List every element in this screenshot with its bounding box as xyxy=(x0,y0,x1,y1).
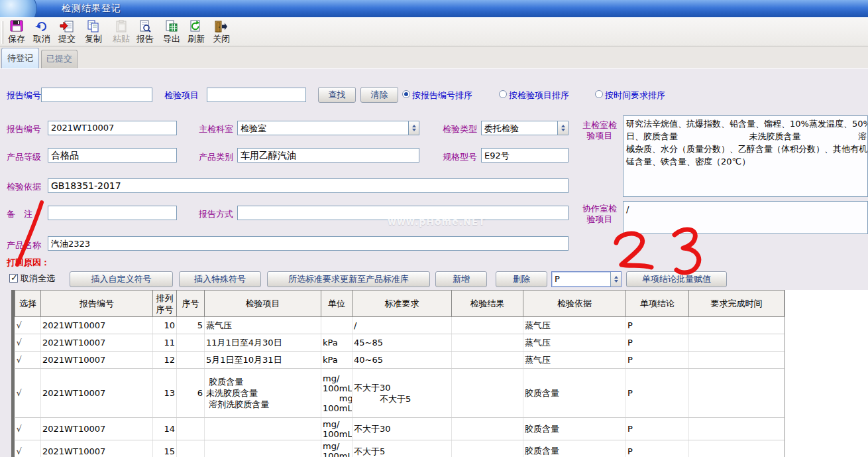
table-row[interactable]: √ 2021WT10007 10 5 蒸气压 / 蒸气压 P xyxy=(15,317,785,334)
tab-pending[interactable]: 待登记 xyxy=(1,48,39,68)
cell-basis: 胶质含量 xyxy=(523,418,626,440)
row-check[interactable]: √ xyxy=(15,317,41,334)
row-check[interactable]: √ xyxy=(15,418,41,440)
grade-label: 产品等级 xyxy=(7,151,41,163)
batch-assign-button[interactable]: 单项结论批量赋值 xyxy=(626,271,727,287)
col-order-no[interactable]: 排列序号 xyxy=(153,291,177,317)
cell-result[interactable] xyxy=(452,418,523,440)
copy-button[interactable]: 复制 xyxy=(81,19,106,46)
cell-report-no: 2021WT10007 xyxy=(41,440,153,457)
basis-field[interactable]: GB18351-2017 xyxy=(48,178,569,193)
row-check[interactable]: √ xyxy=(15,369,41,418)
save-button[interactable]: 保存 xyxy=(4,19,29,46)
cell-conclusion[interactable]: P xyxy=(626,334,689,352)
delete-button[interactable]: 删除 xyxy=(496,271,547,287)
cell-report-no: 2021WT10007 xyxy=(41,317,153,334)
col-item[interactable]: 检验项目 xyxy=(205,291,321,317)
collab-items-label: 协作室检验项目 xyxy=(580,204,619,225)
insert-custom-symbol-button[interactable]: 插入自定义符号 xyxy=(70,271,173,287)
update-standard-button[interactable]: 所选标准要求更新至产品标准库 xyxy=(267,271,430,287)
tab-bar: 待登记 已提交 xyxy=(0,46,868,68)
col-basis[interactable]: 检验依据 xyxy=(523,291,626,317)
sort-by-report-radio[interactable] xyxy=(402,90,410,98)
report-no-field[interactable]: 2021WT10007 xyxy=(48,121,177,135)
cell-item: 蒸气压 xyxy=(205,317,321,334)
insert-special-symbol-button[interactable]: 插入特殊符号 xyxy=(179,271,261,287)
report-button[interactable]: 报告 xyxy=(133,19,158,46)
col-conclusion[interactable]: 单项结论 xyxy=(626,291,689,317)
sort-by-item-radio[interactable] xyxy=(499,90,507,98)
spec-field[interactable]: E92号 xyxy=(481,148,569,163)
dept-combo[interactable]: 检验室 xyxy=(237,121,419,135)
category-field[interactable]: 车用乙醇汽油 xyxy=(237,148,419,163)
col-report-no[interactable]: 报告编号 xyxy=(41,291,153,317)
sort-by-item-label: 按检验项目排序 xyxy=(509,90,569,101)
col-seq[interactable]: 序号 xyxy=(177,291,205,317)
table-row[interactable]: √ 2021WT10007 15 mg/ 100mL 不大于5 胶质含量 P xyxy=(15,440,785,457)
cell-result[interactable] xyxy=(452,334,523,352)
cell-result[interactable] xyxy=(452,440,523,457)
cell-order-no: 14 xyxy=(153,418,177,440)
submit-button[interactable]: 提交 xyxy=(54,19,80,46)
cancel-button[interactable]: 取消 xyxy=(29,19,54,46)
spinner-icon[interactable] xyxy=(408,121,419,135)
clear-button[interactable]: 清除 xyxy=(360,87,398,103)
report-mode-label: 报告方式 xyxy=(199,208,233,220)
grade-field[interactable]: 合格品 xyxy=(48,148,177,163)
return-reason-label: 打回原因： xyxy=(7,257,50,269)
uncheck-all-checkbox[interactable] xyxy=(9,274,18,283)
remark-field[interactable] xyxy=(48,206,177,220)
cell-conclusion[interactable]: P xyxy=(626,418,689,440)
cell-conclusion[interactable]: P xyxy=(626,369,689,418)
conclusion-combo[interactable]: P xyxy=(551,271,622,287)
sort-by-time-radio[interactable] xyxy=(595,90,603,98)
cell-item xyxy=(205,418,321,440)
col-standard[interactable]: 标准要求 xyxy=(353,291,452,317)
spinner-icon[interactable] xyxy=(557,121,568,135)
search-item-input[interactable] xyxy=(207,88,306,102)
close-button[interactable]: 关闭 xyxy=(209,19,234,46)
cell-conclusion[interactable]: P xyxy=(626,352,689,369)
cell-report-no: 2021WT10007 xyxy=(41,369,153,418)
main-items-textarea[interactable]: 研究法辛烷值、抗爆指数、铅含量、馏程、10%蒸发温度、50%蒸 日、胶质含量 未… xyxy=(623,115,868,197)
cell-conclusion[interactable]: P xyxy=(626,440,689,457)
table-row[interactable]: √ 2021WT10007 14 mg/ 100mL 不大于30 胶质含量 P xyxy=(15,418,785,440)
results-grid: 选择 报告编号 排列序号 序号 检验项目 单位 标准要求 检验结果 检验依据 单… xyxy=(15,290,785,457)
spinner-icon[interactable] xyxy=(610,272,621,287)
cell-result[interactable] xyxy=(452,369,523,418)
cell-standard: 不大于30 不大于5 xyxy=(353,369,452,418)
row-check[interactable]: √ xyxy=(15,334,41,352)
col-due[interactable]: 要求完成时间 xyxy=(689,291,785,317)
watermark: www.pHome.NET xyxy=(388,216,486,227)
row-check[interactable]: √ xyxy=(15,352,41,369)
product-name-field[interactable]: 汽油2323 xyxy=(48,236,569,251)
table-row[interactable]: √ 2021WT10007 12 5月1日至10月31日 kPa 40~65 蒸… xyxy=(15,352,785,369)
export-button[interactable]: 导出 xyxy=(159,19,184,46)
table-row[interactable]: √ 2021WT10007 13 6 胶质含量 未洗胶质含量 溶剂洗胶质含量 m… xyxy=(15,369,785,418)
cell-result[interactable] xyxy=(452,317,523,334)
refresh-button[interactable]: 刷新 xyxy=(184,19,209,46)
cell-basis: 蒸气压 xyxy=(523,334,626,352)
search-report-no-input[interactable] xyxy=(41,88,152,102)
col-result[interactable]: 检验结果 xyxy=(452,291,523,317)
tab-submitted[interactable]: 已提交 xyxy=(41,50,78,68)
cell-item xyxy=(205,440,321,457)
table-row[interactable]: √ 2021WT10007 11 11月1日至4月30日 kPa 45~85 蒸… xyxy=(15,334,785,352)
collab-items-textarea[interactable]: / xyxy=(623,201,868,234)
row-check[interactable]: √ xyxy=(15,440,41,457)
cell-conclusion[interactable]: P xyxy=(626,317,689,334)
cell-due xyxy=(689,440,785,457)
add-button[interactable]: 新增 xyxy=(435,271,487,287)
cell-basis: 蒸气压 xyxy=(523,352,626,369)
cell-basis: 蒸气压 xyxy=(523,317,626,334)
cell-result[interactable] xyxy=(452,352,523,369)
find-button[interactable]: 查找 xyxy=(318,87,356,103)
table-right-gutter xyxy=(785,290,868,457)
col-unit[interactable]: 单位 xyxy=(321,291,353,317)
cell-standard: 45~85 xyxy=(353,334,452,352)
col-select[interactable]: 选择 xyxy=(15,291,41,317)
type-combo[interactable]: 委托检验 xyxy=(481,121,569,135)
main-items-label: 主检室检验项目 xyxy=(580,120,619,141)
cell-basis: 胶质含量 xyxy=(523,369,626,418)
search-item-label: 检验项目 xyxy=(164,90,199,101)
